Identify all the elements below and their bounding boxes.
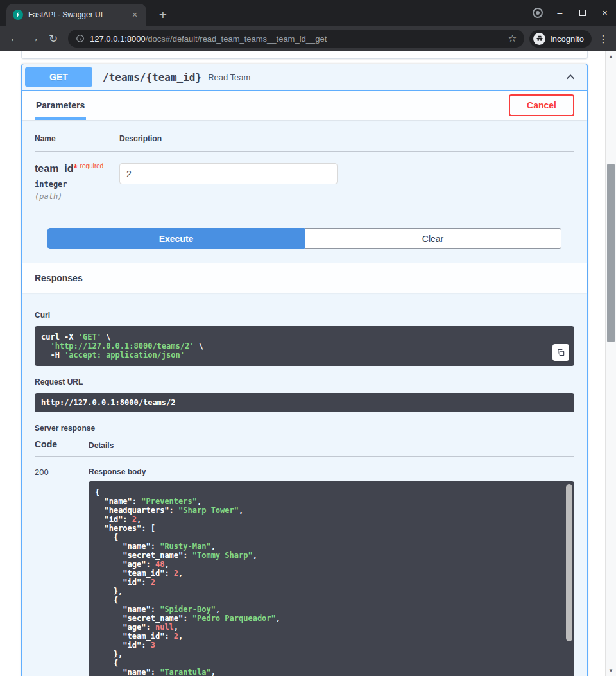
execute-button[interactable]: Execute bbox=[47, 228, 305, 249]
page-scrollbar-thumb[interactable] bbox=[607, 164, 615, 342]
incognito-badge: Incognito bbox=[529, 30, 592, 48]
required-label: required bbox=[80, 162, 104, 169]
response-scrollbar-thumb[interactable] bbox=[566, 484, 572, 641]
site-info-icon[interactable] bbox=[76, 34, 85, 43]
previous-section-bottom-edge bbox=[21, 51, 588, 59]
scrollbar-down-arrow-icon[interactable]: ▼ bbox=[606, 668, 616, 673]
parameter-location: (path) bbox=[35, 192, 119, 201]
browser-toolbar: ← → ↻ 127.0.0.1:8000/docs#/default/read_… bbox=[0, 26, 616, 51]
browser-window: FastAPI - Swagger UI × + – × ← → ↻ 127.0… bbox=[0, 0, 616, 51]
url-host: 127.0.0.1:8000 bbox=[90, 34, 146, 44]
response-body-label: Response body bbox=[89, 467, 574, 476]
new-tab-button[interactable]: + bbox=[155, 7, 171, 22]
response-body-block[interactable]: { "name": "Preventers", "headquarters": … bbox=[89, 481, 574, 676]
server-response-label: Server response bbox=[35, 424, 574, 433]
column-header-description: Description bbox=[119, 134, 574, 152]
responses-section: Curl curl -X 'GET' \ 'http://127.0.0.1:8… bbox=[22, 293, 587, 676]
browser-menu-icon[interactable]: ⋮ bbox=[595, 33, 611, 45]
responses-header: Responses bbox=[22, 263, 587, 293]
url-path: /docs#/default/read_team_teams__team_id_… bbox=[146, 34, 327, 44]
maximize-button[interactable] bbox=[571, 0, 594, 26]
back-icon[interactable]: ← bbox=[5, 29, 24, 48]
parameter-type: integer bbox=[35, 180, 119, 189]
tab-close-icon[interactable]: × bbox=[130, 10, 140, 20]
parameter-name-cell: team_id*required integer (path) bbox=[35, 152, 119, 201]
http-method-badge: GET bbox=[25, 67, 92, 87]
status-code: 200 bbox=[35, 457, 89, 676]
swagger-page: GET /teams/{team_id} Read Team Parameter… bbox=[0, 51, 605, 676]
operation-summary[interactable]: GET /teams/{team_id} Read Team bbox=[22, 64, 587, 91]
request-url-value: http://127.0.0.1:8000/teams/2 bbox=[35, 393, 574, 412]
clear-button[interactable]: Clear bbox=[305, 228, 561, 249]
forward-icon[interactable]: → bbox=[24, 29, 44, 48]
window-close-button[interactable]: × bbox=[594, 0, 616, 26]
reload-icon[interactable]: ↻ bbox=[44, 29, 63, 48]
response-body-code: { "name": "Preventers", "headquarters": … bbox=[95, 488, 568, 676]
parameter-name: team_id bbox=[35, 163, 73, 174]
parameter-value-cell bbox=[119, 152, 574, 201]
operation-block-get-team: GET /teams/{team_id} Read Team Parameter… bbox=[21, 64, 588, 676]
incognito-label: Incognito bbox=[550, 34, 584, 44]
tab-parameters[interactable]: Parameters bbox=[35, 91, 86, 120]
collapse-chevron-icon[interactable] bbox=[565, 71, 576, 83]
request-url-label: Request URL bbox=[35, 377, 574, 386]
curl-label: Curl bbox=[35, 311, 574, 320]
copy-button[interactable] bbox=[552, 344, 569, 361]
parameters-tab-label: Parameters bbox=[36, 100, 85, 110]
responses-section-title: Responses bbox=[35, 273, 83, 283]
fastapi-favicon-icon bbox=[13, 10, 23, 20]
cancel-button[interactable]: Cancel bbox=[509, 94, 574, 116]
endpoint-path: /teams/{team_id} bbox=[103, 71, 201, 83]
scrollbar-up-arrow-icon[interactable]: ▲ bbox=[606, 54, 616, 60]
response-details-cell: Response body { "name": "Preventers", "h… bbox=[89, 457, 574, 676]
parameters-header: Parameters Cancel bbox=[22, 91, 587, 120]
tab-title: FastAPI - Swagger UI bbox=[28, 10, 124, 19]
parameters-table: Name Description team_id*required intege… bbox=[22, 120, 587, 263]
bookmark-star-icon[interactable]: ☆ bbox=[508, 33, 517, 44]
team-id-input[interactable] bbox=[119, 163, 338, 184]
curl-command-block: curl -X 'GET' \ 'http://127.0.0.1:8000/t… bbox=[35, 326, 574, 366]
address-bar[interactable]: 127.0.0.1:8000/docs#/default/read_team_t… bbox=[68, 30, 524, 48]
required-asterisk: * bbox=[73, 163, 77, 174]
execute-button-group: Execute Clear bbox=[35, 201, 574, 263]
curl-code: curl -X 'GET' \ 'http://127.0.0.1:8000/t… bbox=[41, 333, 568, 360]
window-controls: – × bbox=[526, 0, 616, 26]
column-header-code: Code bbox=[35, 439, 89, 457]
column-header-name: Name bbox=[35, 134, 119, 152]
page-scrollbar[interactable]: ▲ ▼ bbox=[605, 51, 616, 676]
tab-strip: FastAPI - Swagger UI × + – × bbox=[0, 0, 616, 26]
column-header-details: Details bbox=[89, 439, 574, 457]
url-text: 127.0.0.1:8000/docs#/default/read_team_t… bbox=[90, 34, 503, 44]
browser-tab[interactable]: FastAPI - Swagger UI × bbox=[6, 4, 146, 26]
incognito-icon bbox=[533, 33, 545, 45]
minimize-button[interactable]: – bbox=[549, 0, 571, 26]
endpoint-summary: Read Team bbox=[208, 73, 250, 82]
browser-status-icon[interactable] bbox=[526, 0, 549, 26]
